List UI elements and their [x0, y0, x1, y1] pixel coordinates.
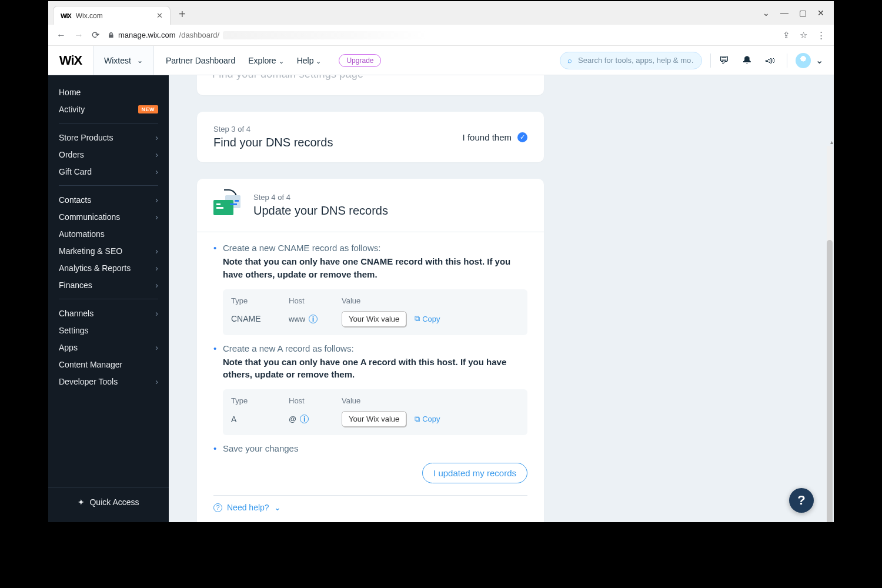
sidebar-item-label: Settings — [59, 326, 89, 335]
chevron-down-icon: ⌄ — [137, 56, 143, 65]
reload-icon[interactable]: ⟳ — [92, 29, 99, 41]
chat-icon[interactable]: 💬︎ — [719, 55, 729, 66]
sidebar: Home ActivityNEW Store Products›Orders›G… — [48, 75, 169, 523]
copy-cname-button[interactable]: ⧉Copy — [415, 314, 440, 323]
cname-value: Your Wix value — [342, 311, 406, 327]
close-tab-icon[interactable]: ✕ — [156, 11, 163, 20]
browser-tab[interactable]: WIX Wix.com ✕ — [53, 6, 171, 25]
found-them-button[interactable]: I found them ✓ — [463, 132, 527, 142]
scroll-up-icon[interactable]: ▴ — [830, 139, 833, 145]
sidebar-item-activity[interactable]: ActivityNEW — [59, 101, 158, 118]
nav-help[interactable]: Help⌄ — [297, 56, 322, 65]
sidebar-item-label: Developer Tools — [59, 377, 118, 386]
chevron-right-icon: › — [155, 150, 158, 159]
new-tab-button[interactable]: + — [179, 8, 186, 21]
wix-top-bar: WiX Wixtest ⌄ Partner Dashboard Explore⌄… — [48, 46, 834, 75]
info-icon[interactable]: i — [309, 315, 318, 323]
sidebar-item-contacts[interactable]: Contacts› — [59, 191, 158, 208]
chevron-right-icon: › — [155, 263, 158, 273]
close-window-icon[interactable]: ✕ — [817, 8, 824, 18]
quick-access-button[interactable]: ✦ Quick Access — [48, 487, 169, 516]
step-label: Step 4 of 4 — [253, 193, 388, 202]
col-type: Type — [231, 396, 289, 405]
lock-icon: 🔒︎ — [108, 31, 115, 39]
url-path: /dashboard/ — [179, 31, 220, 39]
cname-host: www — [289, 315, 305, 323]
scrollbar-track[interactable] — [827, 146, 833, 523]
sidebar-item-marketing-seo[interactable]: Marketing & SEO› — [59, 242, 158, 259]
chevron-right-icon: › — [155, 309, 158, 318]
sidebar-item-store-products[interactable]: Store Products› — [59, 129, 158, 146]
chevron-right-icon: › — [155, 246, 158, 256]
step-label: Step 3 of 4 — [213, 125, 333, 133]
chevron-right-icon: › — [155, 280, 158, 290]
maximize-icon[interactable]: ▢ — [799, 8, 807, 18]
megaphone-icon[interactable]: 📣︎ — [765, 55, 775, 66]
help-circle-icon: ? — [213, 503, 222, 512]
col-host: Host — [289, 296, 342, 305]
sidebar-item-orders[interactable]: Orders› — [59, 146, 158, 163]
nav-partner-dashboard[interactable]: Partner Dashboard — [166, 56, 235, 65]
cname-type: CNAME — [231, 314, 289, 323]
kebab-menu-icon[interactable]: ⋮ — [817, 30, 826, 41]
url-host: manage.wix.com — [118, 31, 176, 39]
url-obscured — [223, 31, 429, 39]
sidebar-item-analytics-reports[interactable]: Analytics & Reports› — [59, 259, 158, 276]
sidebar-item-settings[interactable]: Settings — [59, 322, 158, 339]
back-icon[interactable]: ← — [56, 30, 66, 41]
copy-a-button[interactable]: ⧉Copy — [415, 415, 440, 424]
col-host: Host — [289, 396, 342, 405]
info-icon[interactable]: i — [300, 415, 309, 423]
sidebar-item-label: Automations — [59, 229, 105, 239]
cname-note: Note that you can only have one CNAME re… — [223, 255, 527, 281]
site-picker-label: Wixtest — [104, 56, 131, 65]
sidebar-item-label: Finances — [59, 280, 92, 290]
bookmark-icon[interactable]: ☆ — [800, 30, 807, 41]
share-icon[interactable]: ⇪ — [783, 30, 790, 41]
search-input[interactable] — [577, 55, 694, 65]
col-value: Value — [342, 396, 360, 405]
sidebar-item-apps[interactable]: Apps› — [59, 339, 158, 356]
upgrade-button[interactable]: Upgrade — [339, 54, 381, 67]
sidebar-item-label: Orders — [59, 150, 84, 159]
sidebar-item-automations[interactable]: Automations — [59, 225, 158, 242]
card-step-2-title: Find your domain settings page — [212, 75, 529, 85]
check-circle-icon: ✓ — [517, 132, 527, 142]
sidebar-item-label: Content Manager — [59, 360, 122, 369]
instruction-item: Create a new A record as follows: Note t… — [213, 343, 527, 436]
sidebar-item-gift-card[interactable]: Gift Card› — [59, 163, 158, 180]
sidebar-item-content-manager[interactable]: Content Manager — [59, 356, 158, 373]
sidebar-item-developer-tools[interactable]: Developer Tools› — [59, 373, 158, 390]
avatar-icon — [796, 53, 811, 68]
need-help-label: Need help? — [227, 503, 269, 512]
need-help-link[interactable]: ? Need help? ⌄ — [213, 495, 527, 512]
sidebar-item-finances[interactable]: Finances› — [59, 276, 158, 293]
chevron-right-icon: › — [155, 377, 158, 386]
chevron-right-icon: › — [155, 133, 158, 142]
instruction-item: Create a new CNAME record as follows: No… — [213, 243, 527, 335]
card-step-2: Find your domain settings page — [197, 75, 544, 95]
col-value: Value — [342, 296, 360, 305]
site-picker[interactable]: Wixtest ⌄ — [93, 46, 154, 75]
nav-explore[interactable]: Explore⌄ — [248, 56, 283, 65]
chevron-right-icon: › — [155, 212, 158, 222]
updated-records-button[interactable]: I updated my records — [422, 463, 527, 483]
copy-icon: ⧉ — [415, 415, 420, 424]
a-record-table: Type Host Value A @i Your Wix value ⧉Cop… — [223, 389, 527, 435]
url-field[interactable]: 🔒︎ manage.wix.com/dashboard/ — [108, 31, 774, 39]
chevron-down-icon: ⌄ — [316, 58, 321, 65]
minimize-icon[interactable]: — — [780, 8, 789, 18]
scrollbar-thumb[interactable] — [827, 240, 833, 523]
wix-logo[interactable]: WiX — [48, 53, 93, 68]
card-step-4: Step 4 of 4 Update your DNS records Crea… — [197, 179, 544, 523]
sidebar-item-home[interactable]: Home — [59, 83, 158, 101]
chevron-down-icon[interactable]: ⌄ — [763, 8, 770, 18]
global-search[interactable]: ⌕ — [560, 52, 702, 69]
sidebar-item-channels[interactable]: Channels› — [59, 305, 158, 322]
bell-icon[interactable]: 🔔︎ — [742, 55, 752, 66]
a-value: Your Wix value — [342, 411, 406, 427]
help-fab-button[interactable]: ? — [789, 488, 814, 513]
account-menu[interactable]: ⌄ — [796, 53, 834, 68]
sidebar-item-communications[interactable]: Communications› — [59, 208, 158, 225]
a-intro: Create a new A record as follows: — [223, 343, 354, 353]
